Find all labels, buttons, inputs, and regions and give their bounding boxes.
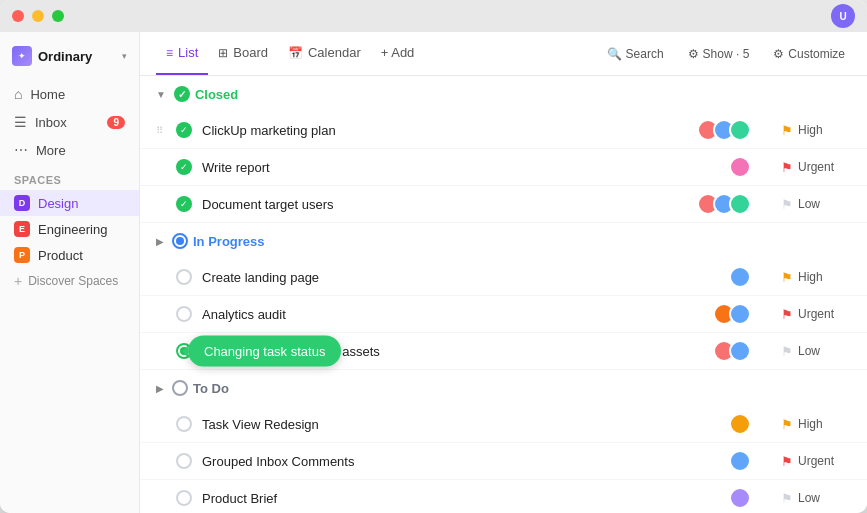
todo-group-label: To Do (193, 381, 229, 396)
tab-list-label: List (178, 45, 198, 60)
show-label: Show · 5 (703, 47, 750, 61)
task-name: Product Brief (202, 491, 729, 506)
task-status-open-icon (176, 453, 192, 469)
task-avatars (729, 413, 751, 435)
app-body: ✦ Ordinary ▾ ⌂ Home ☰ Inbox 9 ⋯ More Spa… (0, 32, 867, 513)
tab-board[interactable]: ⊞ Board (208, 32, 278, 75)
avatar (729, 156, 751, 178)
task-status-open-icon (176, 306, 192, 322)
task-status-done-icon: ✓ (176, 196, 192, 212)
priority-label: High (798, 123, 823, 137)
flag-icon: ⚑ (781, 307, 793, 322)
tab-calendar[interactable]: 📅 Calendar (278, 32, 371, 75)
chevron-right-icon: ▶ (156, 383, 164, 394)
closed-status-pill: ✓ Closed (174, 86, 238, 102)
sidebar: ✦ Ordinary ▾ ⌂ Home ☰ Inbox 9 ⋯ More Spa… (0, 32, 140, 513)
user-avatar[interactable]: U (831, 4, 855, 28)
task-row[interactable]: ✓ Write report ⚑ Urgent (140, 149, 867, 186)
task-avatars (729, 450, 751, 472)
priority-badge: ⚑ Low (781, 197, 851, 212)
priority-badge: ⚑ High (781, 417, 851, 432)
avatar (729, 450, 751, 472)
priority-label: High (798, 270, 823, 284)
spaces-section-label: Spaces (0, 164, 139, 190)
inbox-icon: ☰ (14, 114, 27, 130)
task-status-open-icon (176, 490, 192, 506)
task-avatars (697, 193, 751, 215)
design-space-icon: D (14, 195, 30, 211)
nav-home[interactable]: ⌂ Home (0, 80, 139, 108)
group-header-in-progress[interactable]: ▶ In Progress (140, 223, 867, 259)
product-space-label: Product (38, 248, 83, 263)
customize-button[interactable]: ⚙ Customize (767, 43, 851, 65)
discover-spaces[interactable]: + Discover Spaces (0, 268, 139, 294)
priority-label: Urgent (798, 160, 834, 174)
priority-badge: ⚑ High (781, 123, 851, 138)
task-row-changing[interactable]: Spring campaign image assets Changing ta… (140, 333, 867, 370)
list-tab-icon: ≡ (166, 46, 173, 60)
in-progress-group-label: In Progress (193, 234, 265, 249)
search-button[interactable]: 🔍 Search (601, 43, 670, 65)
task-row[interactable]: Analytics audit ⚑ Urgent (140, 296, 867, 333)
workspace-icon: ✦ (12, 46, 32, 66)
maximize-button[interactable] (52, 10, 64, 22)
add-view-button[interactable]: + Add (371, 32, 425, 75)
group-header-closed[interactable]: ▼ ✓ Closed (140, 76, 867, 112)
toolbar-right: 🔍 Search ⚙ Show · 5 ⚙ Customize (601, 43, 851, 65)
search-icon: 🔍 (607, 47, 622, 61)
add-view-label: + Add (381, 45, 415, 60)
sidebar-item-product[interactable]: P Product (0, 242, 139, 268)
flag-icon: ⚑ (781, 344, 793, 359)
customize-label: Customize (788, 47, 845, 61)
avatar (729, 303, 751, 325)
more-icon: ⋯ (14, 142, 28, 158)
calendar-tab-icon: 📅 (288, 46, 303, 60)
drag-handle: ⠿ (156, 125, 163, 136)
search-label: Search (626, 47, 664, 61)
product-space-icon: P (14, 247, 30, 263)
priority-label: Urgent (798, 307, 834, 321)
task-row[interactable]: Create landing page ⚑ High (140, 259, 867, 296)
task-name: Create landing page (202, 270, 729, 285)
task-avatars (713, 303, 751, 325)
tab-list[interactable]: ≡ List (156, 32, 208, 75)
task-name: ClickUp marketing plan (202, 123, 697, 138)
task-name: Write report (202, 160, 729, 175)
task-row[interactable]: Grouped Inbox Comments ⚑ Urgent (140, 443, 867, 480)
priority-label: Urgent (798, 454, 834, 468)
task-row[interactable]: ⠿ ✓ ClickUp marketing plan ⚑ High (140, 112, 867, 149)
in-progress-status-icon (172, 233, 188, 249)
close-button[interactable] (12, 10, 24, 22)
discover-spaces-label: Discover Spaces (28, 274, 118, 288)
sidebar-item-design[interactable]: D Design (0, 190, 139, 216)
chevron-right-icon: ▶ (156, 236, 164, 247)
minimize-button[interactable] (32, 10, 44, 22)
task-row[interactable]: ✓ Document target users ⚑ Low (140, 186, 867, 223)
in-progress-status-pill: In Progress (172, 233, 265, 249)
priority-label: Low (798, 344, 820, 358)
todo-status-icon (172, 380, 188, 396)
flag-icon: ⚑ (781, 454, 793, 469)
avatar (729, 266, 751, 288)
task-avatars (729, 266, 751, 288)
show-button[interactable]: ⚙ Show · 5 (682, 43, 756, 65)
design-space-label: Design (38, 196, 78, 211)
show-icon: ⚙ (688, 47, 699, 61)
changing-status-tooltip: Changing task status (188, 336, 341, 367)
task-name: Task View Redesign (202, 417, 729, 432)
main-content: ≡ List ⊞ Board 📅 Calendar + Add 🔍 (140, 32, 867, 513)
task-row[interactable]: Product Brief ⚑ Low (140, 480, 867, 513)
chevron-down-icon: ▾ (122, 51, 127, 61)
task-name: Analytics audit (202, 307, 713, 322)
task-avatars (713, 340, 751, 362)
sidebar-item-engineering[interactable]: E Engineering (0, 216, 139, 242)
task-row[interactable]: Task View Redesign ⚑ High (140, 406, 867, 443)
nav-inbox[interactable]: ☰ Inbox 9 (0, 108, 139, 136)
task-avatars (729, 487, 751, 509)
priority-badge: ⚑ Low (781, 344, 851, 359)
avatar (729, 487, 751, 509)
workspace-header[interactable]: ✦ Ordinary ▾ (0, 40, 139, 72)
nav-more[interactable]: ⋯ More (0, 136, 139, 164)
nav-more-label: More (36, 143, 66, 158)
group-header-todo[interactable]: ▶ To Do (140, 370, 867, 406)
